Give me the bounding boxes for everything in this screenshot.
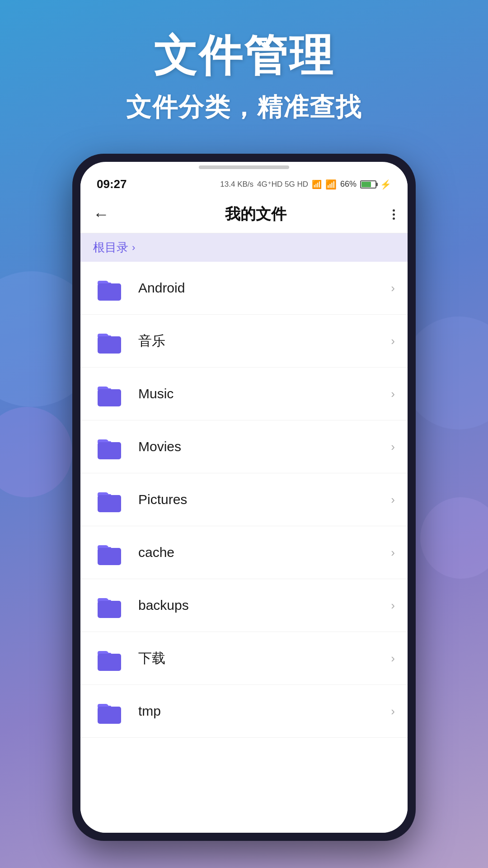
file-name-label: cache	[138, 545, 391, 560]
breadcrumb[interactable]: 根目录 ›	[80, 233, 408, 262]
list-item[interactable]: Movies›	[80, 420, 408, 473]
file-name-label: Pictures	[138, 492, 391, 507]
app-header: 文件管理 文件分类，精准查找	[0, 27, 488, 125]
bolt-icon: ⚡	[380, 179, 391, 190]
folder-icon	[93, 483, 126, 516]
list-item[interactable]: backups›	[80, 579, 408, 632]
more-button[interactable]	[393, 209, 395, 220]
app-subtitle: 文件分类，精准查找	[0, 90, 488, 125]
status-network-type: 4G⁺HD 5G HD	[257, 179, 308, 189]
bg-decor-circle-2	[0, 407, 72, 497]
list-item[interactable]: 音乐›	[80, 315, 408, 368]
status-network-speed: 13.4 KB/s	[220, 180, 253, 189]
file-chevron-icon: ›	[391, 704, 395, 718]
battery-tip	[376, 183, 378, 186]
svg-rect-7	[98, 654, 121, 671]
file-name-label: backups	[138, 598, 391, 613]
file-chevron-icon: ›	[391, 387, 395, 401]
file-name-label: Movies	[138, 439, 391, 454]
phone-frame: 09:27 13.4 KB/s 4G⁺HD 5G HD 📶 📶 66% ⚡ ← …	[72, 154, 416, 841]
dot-1	[393, 209, 395, 212]
file-chevron-icon: ›	[391, 651, 395, 665]
svg-rect-5	[98, 548, 121, 565]
folder-icon	[93, 642, 126, 675]
battery-icon	[360, 180, 376, 189]
battery-percent: 66%	[340, 179, 357, 189]
folder-icon	[93, 589, 126, 622]
svg-rect-2	[98, 389, 121, 406]
phone-screen: 09:27 13.4 KB/s 4G⁺HD 5G HD 📶 📶 66% ⚡ ← …	[80, 162, 408, 833]
list-item[interactable]: Android›	[80, 262, 408, 315]
notch	[199, 165, 289, 169]
folder-icon	[93, 377, 126, 410]
page-title: 我的文件	[118, 204, 393, 225]
folder-icon	[93, 272, 126, 304]
svg-rect-1	[98, 336, 121, 354]
breadcrumb-chevron-icon: ›	[132, 242, 135, 254]
svg-rect-4	[98, 495, 121, 512]
status-bar: 09:27 13.4 KB/s 4G⁺HD 5G HD 📶 📶 66% ⚡	[80, 169, 408, 196]
status-time: 09:27	[97, 177, 127, 191]
list-item[interactable]: Pictures›	[80, 473, 408, 526]
dot-2	[393, 213, 395, 216]
back-button[interactable]: ←	[93, 205, 109, 224]
bg-decor-circle-4	[420, 497, 488, 579]
app-title: 文件管理	[0, 27, 488, 86]
svg-rect-6	[98, 601, 121, 618]
file-list: Android› 音乐› Music› Movies›	[80, 262, 408, 833]
folder-icon	[93, 430, 126, 463]
file-name-label: 下载	[138, 649, 391, 668]
file-chevron-icon: ›	[391, 493, 395, 507]
file-chevron-icon: ›	[391, 599, 395, 613]
file-chevron-icon: ›	[391, 334, 395, 348]
file-name-label: Android	[138, 280, 391, 296]
battery-fill	[361, 182, 371, 187]
status-right: 13.4 KB/s 4G⁺HD 5G HD 📶 📶 66% ⚡	[220, 179, 391, 190]
dot-3	[393, 217, 395, 220]
file-name-label: tmp	[138, 703, 391, 719]
file-chevron-icon: ›	[391, 440, 395, 454]
folder-icon	[93, 536, 126, 569]
folder-icon	[93, 325, 126, 357]
svg-rect-3	[98, 442, 121, 459]
file-chevron-icon: ›	[391, 546, 395, 560]
list-item[interactable]: Music›	[80, 368, 408, 420]
app-bar: ← 我的文件	[80, 196, 408, 233]
file-name-label: Music	[138, 386, 391, 401]
wifi-icon: 📶	[325, 179, 337, 190]
notch-area	[80, 162, 408, 169]
signal-icon: 📶	[312, 179, 322, 189]
breadcrumb-text: 根目录	[93, 240, 128, 255]
list-item[interactable]: 下载›	[80, 632, 408, 685]
svg-rect-8	[98, 707, 121, 724]
folder-icon	[93, 695, 126, 727]
list-item[interactable]: cache›	[80, 526, 408, 579]
file-name-label: 音乐	[138, 332, 391, 350]
list-item[interactable]: tmp›	[80, 685, 408, 738]
file-chevron-icon: ›	[391, 281, 395, 295]
svg-rect-0	[98, 283, 121, 301]
